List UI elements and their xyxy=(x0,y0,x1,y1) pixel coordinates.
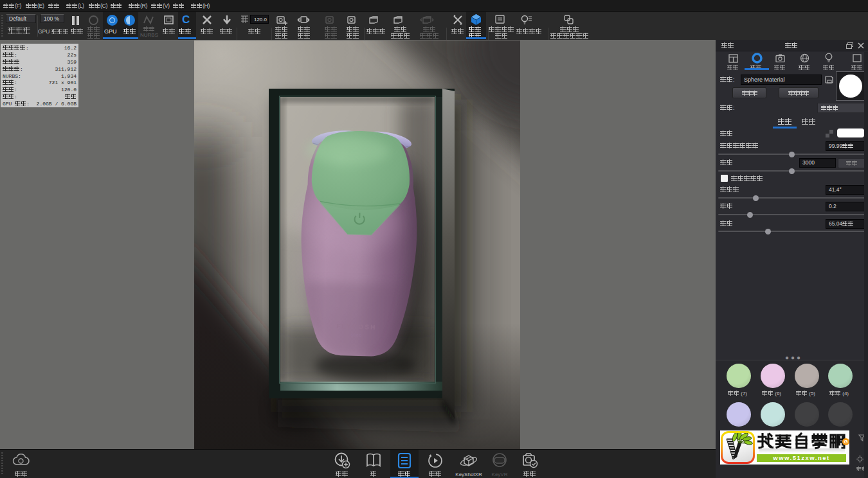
svg-text:5000: 5000 xyxy=(350,333,362,337)
svg-text:FLYCOSH: FLYCOSH xyxy=(336,323,377,331)
